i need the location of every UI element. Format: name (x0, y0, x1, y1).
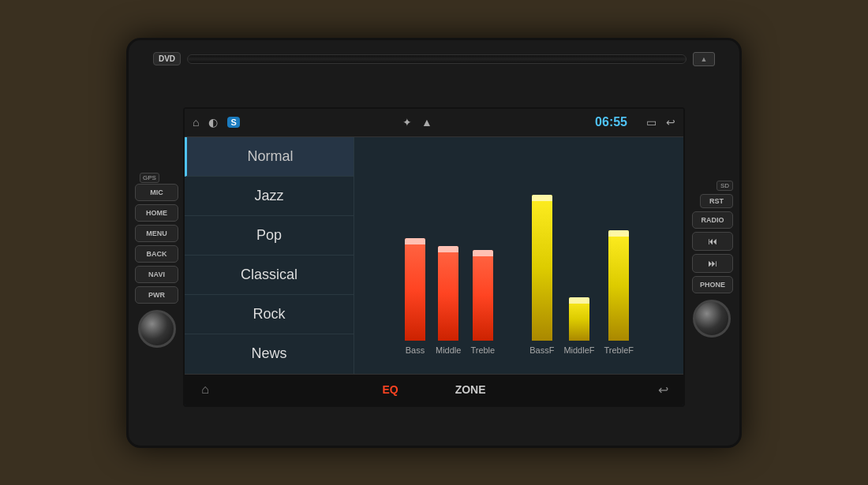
bar-middlef (569, 297, 589, 341)
bottom-center: EQ ZONE (219, 380, 649, 399)
bar-wrapper-bassf[interactable] (531, 187, 553, 341)
left-btn-mic[interactable]: MIC (135, 184, 178, 201)
gps-badge: GPS (140, 173, 159, 183)
bar-group-treble: Treble (470, 242, 495, 355)
bottom-bar: ⌂ EQ ZONE ↩ (185, 374, 683, 405)
bar-marker-treble (473, 250, 493, 256)
bar-label-treble: Treble (470, 345, 495, 355)
back-status-icon[interactable]: ↩ (666, 116, 675, 129)
bar-marker-bassf (532, 195, 552, 201)
bar-label-bassf: BassF (529, 345, 554, 355)
bar-group-treblef: TrebleF (604, 222, 634, 355)
bar-bassf (532, 195, 552, 341)
eq-mode-rock[interactable]: Rock (185, 295, 354, 334)
bar-group-bass: Bass (404, 230, 426, 355)
eq-visualizer: BassMiddleTrebleBassFMiddleFTrebleF (354, 137, 683, 374)
bar-middle (438, 246, 458, 341)
home-status-icon: ⌂ (193, 116, 199, 129)
rst-button[interactable]: RST (700, 194, 733, 208)
right-btn-phone[interactable]: PHONE (692, 276, 733, 293)
bar-label-treblef: TrebleF (604, 345, 634, 355)
screen: ⌂ ◐ S ✦ ▲ 06:55 ▭ ↩ NormalJazzPo (183, 107, 685, 407)
wifi-icon: ▲ (421, 116, 432, 129)
left-btn-pwr[interactable]: PWR (135, 286, 178, 304)
brightness-icon: ◐ (208, 116, 218, 129)
eq-mode-list: NormalJazzPopClassicalRockNews (185, 137, 354, 374)
bar-wrapper-middle[interactable] (437, 238, 459, 341)
bar-group-middle: Middle (436, 238, 461, 355)
eq-mode-news[interactable]: News (185, 334, 354, 373)
bar-label-bass: Bass (406, 345, 425, 355)
left-btn-menu[interactable]: MENU (135, 225, 178, 242)
bar-wrapper-treblef[interactable] (608, 222, 630, 341)
left-btn-home[interactable]: HOME (135, 204, 178, 222)
top-strip: DVD ▲ (153, 47, 715, 72)
bottom-home-icon[interactable]: ⌂ (191, 379, 219, 401)
bar-marker-bass (405, 238, 425, 244)
left-btn-navi[interactable]: NAVI (135, 266, 178, 283)
main-row: GPS MICHOMEMENUBACKNAVIPWR ⌂ ◐ S ✦ ▲ 06:… (129, 75, 739, 439)
bar-group-middlef: MiddleF (563, 289, 594, 355)
bar-treblef (608, 230, 629, 341)
right-side-buttons: SD RST RADIO⏮⏭PHONE (690, 177, 733, 338)
bar-label-middle: Middle (436, 345, 461, 355)
bar-marker-middlef (569, 297, 589, 304)
bar-treble (473, 250, 493, 341)
left-knob[interactable] (138, 310, 176, 348)
eject-button[interactable]: ▲ (693, 52, 715, 66)
left-side-buttons: GPS MICHOMEMENUBACKNAVIPWR (135, 166, 178, 348)
sd-badge: SD (716, 181, 733, 191)
bar-wrapper-middlef[interactable] (568, 289, 590, 341)
right-knob[interactable] (693, 300, 731, 338)
bluetooth-icon: ✦ (402, 116, 412, 129)
dvd-slot[interactable] (187, 54, 687, 64)
car-head-unit: DVD ▲ GPS MICHOMEMENUBACKNAVIPWR ⌂ ◐ S (126, 38, 742, 448)
right-btn-prev[interactable]: ⏮ (692, 232, 733, 251)
right-btn-radio[interactable]: RADIO (692, 211, 733, 229)
dvd-label: DVD (153, 52, 181, 65)
bars-container: BassMiddleTrebleBassFMiddleFTrebleF (362, 185, 675, 374)
bar-bass (405, 238, 425, 341)
status-time: 06:55 (595, 115, 627, 129)
battery-icon: ▭ (646, 116, 657, 129)
left-btn-back[interactable]: BACK (135, 245, 178, 263)
bottom-back-icon[interactable]: ↩ (649, 379, 677, 401)
bar-wrapper-treble[interactable] (472, 242, 494, 341)
status-bar: ⌂ ◐ S ✦ ▲ 06:55 ▭ ↩ (185, 109, 683, 137)
eq-button[interactable]: EQ (369, 380, 410, 399)
zone-button[interactable]: ZONE (443, 380, 499, 399)
eq-mode-jazz[interactable]: Jazz (185, 177, 354, 216)
content-area: NormalJazzPopClassicalRockNews BassMiddl… (185, 137, 683, 374)
bar-marker-middle (438, 246, 458, 252)
bar-marker-treblef (608, 230, 629, 237)
bar-wrapper-bass[interactable] (404, 230, 426, 341)
bar-label-middlef: MiddleF (563, 345, 594, 355)
eq-mode-classical[interactable]: Classical (185, 256, 354, 295)
eq-mode-pop[interactable]: Pop (185, 216, 354, 256)
bar-group-bassf: BassF (529, 187, 554, 355)
app-icon: S (227, 117, 239, 128)
eq-mode-normal[interactable]: Normal (185, 137, 354, 177)
right-btn-next[interactable]: ⏭ (692, 254, 733, 273)
